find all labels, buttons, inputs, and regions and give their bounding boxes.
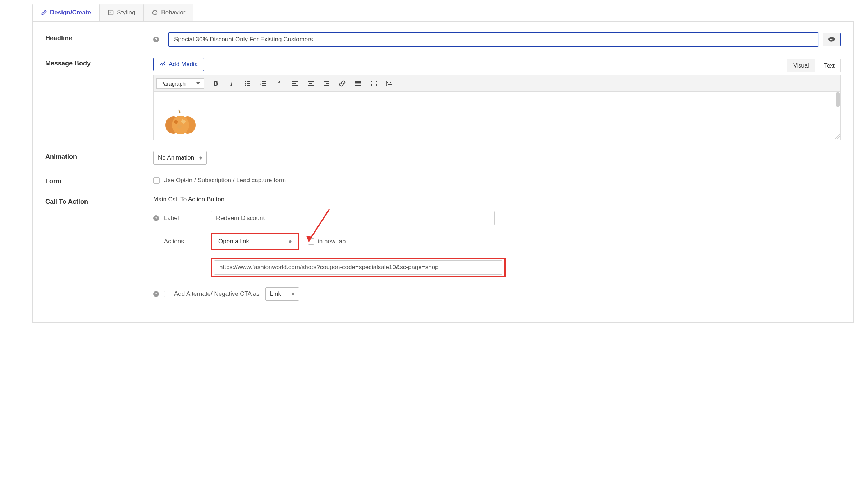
- align-center-button[interactable]: [307, 79, 315, 87]
- alt-cta-checkbox[interactable]: [164, 291, 170, 297]
- headline-input[interactable]: [168, 32, 818, 47]
- add-media-button[interactable]: Add Media: [153, 58, 204, 71]
- svg-rect-9: [247, 81, 250, 82]
- svg-rect-19: [262, 85, 266, 86]
- chevron-updown-icon: [292, 293, 294, 296]
- new-tab-label: in new tab: [318, 238, 346, 245]
- tab-label: Styling: [117, 9, 135, 16]
- link-button[interactable]: [338, 79, 346, 87]
- fullscreen-button[interactable]: [370, 79, 378, 87]
- svg-rect-27: [326, 83, 329, 84]
- form-optin-checkbox[interactable]: [153, 177, 160, 184]
- alt-cta-label: Add Alternate/ Negative CTA as: [174, 290, 260, 298]
- tab-behavior[interactable]: Behavior: [143, 4, 193, 21]
- align-right-button[interactable]: [323, 79, 330, 87]
- svg-rect-21: [292, 83, 296, 84]
- align-left-button[interactable]: [291, 79, 299, 87]
- svg-point-10: [245, 83, 246, 84]
- tab-label: Behavior: [161, 9, 185, 16]
- cta-url-input[interactable]: [214, 260, 502, 275]
- media-icon: [159, 61, 166, 68]
- alt-cta-select[interactable]: Link: [265, 287, 299, 301]
- animation-select[interactable]: No Animation: [153, 151, 207, 165]
- svg-point-5: [831, 39, 832, 40]
- svg-rect-0: [109, 10, 113, 15]
- chevron-down-icon: [196, 82, 200, 84]
- svg-rect-34: [389, 82, 389, 83]
- annotation-highlight-url: [211, 258, 506, 277]
- palette-icon: [108, 9, 114, 16]
- svg-rect-17: [262, 83, 266, 84]
- pumpkin-image: [161, 109, 200, 134]
- design-panel: Headline ? Message Body Add Media: [32, 22, 854, 323]
- svg-point-12: [245, 85, 246, 86]
- numbered-list-button[interactable]: 123: [259, 79, 267, 87]
- cta-label: Call To Action: [45, 196, 153, 308]
- svg-point-6: [833, 39, 833, 40]
- svg-rect-11: [247, 83, 250, 84]
- chevron-updown-icon: [199, 156, 202, 160]
- cta-actions-label: Actions: [164, 238, 211, 245]
- chat-icon: [828, 36, 836, 43]
- help-icon[interactable]: ?: [153, 215, 159, 221]
- scrollbar-thumb[interactable]: [836, 92, 840, 107]
- svg-rect-35: [390, 82, 391, 83]
- read-more-button[interactable]: [354, 79, 362, 87]
- alt-cta-select-value: Link: [270, 290, 281, 298]
- italic-button[interactable]: I: [228, 79, 236, 87]
- message-body-label: Message Body: [45, 58, 153, 140]
- svg-rect-28: [324, 85, 329, 86]
- svg-rect-30: [355, 83, 361, 84]
- svg-rect-32: [386, 81, 393, 86]
- svg-rect-31: [355, 85, 361, 86]
- svg-rect-37: [388, 84, 392, 85]
- animation-select-value: No Animation: [158, 154, 194, 161]
- bold-button[interactable]: B: [212, 79, 220, 87]
- paragraph-select[interactable]: Paragraph: [156, 78, 204, 89]
- svg-rect-33: [387, 82, 388, 83]
- svg-text:3: 3: [260, 84, 262, 86]
- cta-actions-select[interactable]: Open a link: [214, 235, 296, 248]
- editor-body[interactable]: [153, 92, 841, 140]
- cta-actions-select-value: Open a link: [218, 238, 249, 245]
- svg-point-40: [172, 116, 189, 134]
- svg-rect-25: [308, 85, 314, 86]
- help-icon[interactable]: ?: [153, 291, 159, 297]
- editor-mode-visual[interactable]: Visual: [787, 59, 815, 72]
- help-icon[interactable]: ?: [153, 37, 159, 42]
- quote-button[interactable]: “: [275, 79, 283, 87]
- tab-design-create[interactable]: Design/Create: [32, 4, 99, 21]
- svg-rect-36: [392, 82, 392, 83]
- keyboard-button[interactable]: [386, 79, 394, 87]
- form-label: Form: [45, 175, 153, 185]
- svg-rect-15: [262, 81, 266, 82]
- tab-styling[interactable]: Styling: [99, 4, 143, 21]
- animation-label: Animation: [45, 151, 153, 165]
- form-optin-label: Use Opt-in / Subscription / Lead capture…: [163, 177, 286, 184]
- paragraph-select-label: Paragraph: [160, 81, 186, 87]
- annotation-highlight-actions: Open a link: [211, 233, 299, 250]
- cta-label-label: Label: [164, 215, 211, 222]
- editor-toolbar: Paragraph B I 123 “: [153, 75, 841, 92]
- svg-rect-26: [324, 81, 329, 82]
- svg-point-7: [162, 64, 163, 66]
- editor-tabs: Design/Create Styling Behavior: [32, 4, 854, 22]
- new-tab-checkbox[interactable]: [308, 238, 314, 245]
- add-media-label: Add Media: [169, 61, 198, 68]
- cta-section-title: Main Call To Action Button: [153, 196, 224, 203]
- cta-label-input[interactable]: [211, 211, 495, 225]
- resize-grip[interactable]: [835, 134, 840, 139]
- chat-button[interactable]: [823, 33, 841, 46]
- tab-label: Design/Create: [50, 9, 91, 16]
- svg-rect-22: [292, 85, 298, 86]
- clock-icon: [152, 9, 158, 16]
- svg-point-1: [110, 12, 111, 12]
- svg-rect-23: [308, 81, 314, 82]
- svg-rect-24: [309, 83, 312, 84]
- svg-point-8: [245, 81, 246, 82]
- svg-rect-20: [292, 81, 298, 82]
- svg-rect-29: [355, 81, 361, 83]
- editor-mode-text[interactable]: Text: [818, 59, 841, 72]
- bullet-list-button[interactable]: [243, 79, 251, 87]
- chevron-updown-icon: [289, 240, 292, 243]
